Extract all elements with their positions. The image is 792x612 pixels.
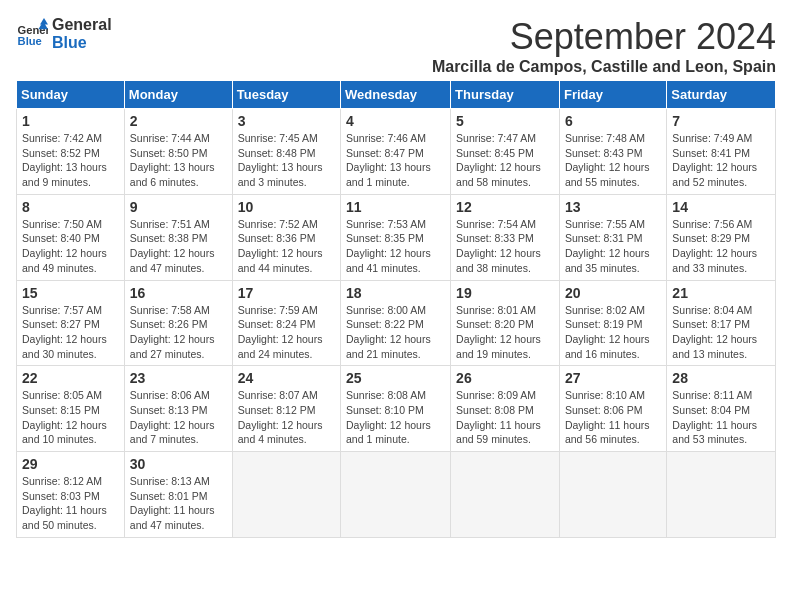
day-detail: Sunrise: 7:56 AMSunset: 8:29 PMDaylight:… [672,217,770,276]
day-number: 17 [238,285,335,301]
day-detail: Sunrise: 8:11 AMSunset: 8:04 PMDaylight:… [672,388,770,447]
col-saturday: Saturday [667,81,776,109]
col-tuesday: Tuesday [232,81,340,109]
day-detail: Sunrise: 7:47 AMSunset: 8:45 PMDaylight:… [456,131,554,190]
day-detail: Sunrise: 8:06 AMSunset: 8:13 PMDaylight:… [130,388,227,447]
day-number: 5 [456,113,554,129]
day-detail: Sunrise: 7:53 AMSunset: 8:35 PMDaylight:… [346,217,445,276]
col-monday: Monday [124,81,232,109]
calendar-day-cell: 19Sunrise: 8:01 AMSunset: 8:20 PMDayligh… [451,280,560,366]
calendar-day-cell: 30Sunrise: 8:13 AMSunset: 8:01 PMDayligh… [124,452,232,538]
day-detail: Sunrise: 8:13 AMSunset: 8:01 PMDaylight:… [130,474,227,533]
calendar-day-cell: 20Sunrise: 8:02 AMSunset: 8:19 PMDayligh… [559,280,666,366]
calendar-day-cell: 16Sunrise: 7:58 AMSunset: 8:26 PMDayligh… [124,280,232,366]
day-detail: Sunrise: 7:46 AMSunset: 8:47 PMDaylight:… [346,131,445,190]
svg-text:Blue: Blue [18,35,42,47]
day-number: 26 [456,370,554,386]
calendar-day-cell: 6Sunrise: 7:48 AMSunset: 8:43 PMDaylight… [559,109,666,195]
day-number: 13 [565,199,661,215]
calendar-day-cell: 21Sunrise: 8:04 AMSunset: 8:17 PMDayligh… [667,280,776,366]
calendar-day-cell: 4Sunrise: 7:46 AMSunset: 8:47 PMDaylight… [341,109,451,195]
col-wednesday: Wednesday [341,81,451,109]
day-detail: Sunrise: 7:55 AMSunset: 8:31 PMDaylight:… [565,217,661,276]
calendar-week-row: 22Sunrise: 8:05 AMSunset: 8:15 PMDayligh… [17,366,776,452]
calendar-day-cell: 11Sunrise: 7:53 AMSunset: 8:35 PMDayligh… [341,194,451,280]
calendar-day-cell [559,452,666,538]
day-detail: Sunrise: 8:01 AMSunset: 8:20 PMDaylight:… [456,303,554,362]
logo-line1: General [52,16,112,34]
col-thursday: Thursday [451,81,560,109]
calendar-day-cell [667,452,776,538]
calendar-day-cell: 23Sunrise: 8:06 AMSunset: 8:13 PMDayligh… [124,366,232,452]
day-number: 8 [22,199,119,215]
day-detail: Sunrise: 7:48 AMSunset: 8:43 PMDaylight:… [565,131,661,190]
location-title: Marcilla de Campos, Castille and Leon, S… [432,58,776,76]
calendar-table: Sunday Monday Tuesday Wednesday Thursday… [16,80,776,538]
calendar-day-cell: 29Sunrise: 8:12 AMSunset: 8:03 PMDayligh… [17,452,125,538]
day-number: 28 [672,370,770,386]
day-number: 20 [565,285,661,301]
calendar-day-cell: 27Sunrise: 8:10 AMSunset: 8:06 PMDayligh… [559,366,666,452]
day-detail: Sunrise: 8:04 AMSunset: 8:17 PMDaylight:… [672,303,770,362]
day-number: 9 [130,199,227,215]
calendar-day-cell: 9Sunrise: 7:51 AMSunset: 8:38 PMDaylight… [124,194,232,280]
day-detail: Sunrise: 7:57 AMSunset: 8:27 PMDaylight:… [22,303,119,362]
day-detail: Sunrise: 7:51 AMSunset: 8:38 PMDaylight:… [130,217,227,276]
day-number: 7 [672,113,770,129]
day-number: 19 [456,285,554,301]
calendar-day-cell: 13Sunrise: 7:55 AMSunset: 8:31 PMDayligh… [559,194,666,280]
day-detail: Sunrise: 8:10 AMSunset: 8:06 PMDaylight:… [565,388,661,447]
day-number: 27 [565,370,661,386]
calendar-week-row: 29Sunrise: 8:12 AMSunset: 8:03 PMDayligh… [17,452,776,538]
day-detail: Sunrise: 8:09 AMSunset: 8:08 PMDaylight:… [456,388,554,447]
day-number: 30 [130,456,227,472]
day-number: 16 [130,285,227,301]
day-detail: Sunrise: 7:44 AMSunset: 8:50 PMDaylight:… [130,131,227,190]
calendar-day-cell: 7Sunrise: 7:49 AMSunset: 8:41 PMDaylight… [667,109,776,195]
calendar-day-cell [341,452,451,538]
day-number: 15 [22,285,119,301]
day-detail: Sunrise: 8:02 AMSunset: 8:19 PMDaylight:… [565,303,661,362]
calendar-day-cell: 8Sunrise: 7:50 AMSunset: 8:40 PMDaylight… [17,194,125,280]
day-detail: Sunrise: 7:50 AMSunset: 8:40 PMDaylight:… [22,217,119,276]
day-number: 25 [346,370,445,386]
calendar-day-cell: 18Sunrise: 8:00 AMSunset: 8:22 PMDayligh… [341,280,451,366]
calendar-day-cell: 25Sunrise: 8:08 AMSunset: 8:10 PMDayligh… [341,366,451,452]
calendar-day-cell: 10Sunrise: 7:52 AMSunset: 8:36 PMDayligh… [232,194,340,280]
day-detail: Sunrise: 7:54 AMSunset: 8:33 PMDaylight:… [456,217,554,276]
calendar-day-cell: 24Sunrise: 8:07 AMSunset: 8:12 PMDayligh… [232,366,340,452]
calendar-day-cell: 5Sunrise: 7:47 AMSunset: 8:45 PMDaylight… [451,109,560,195]
day-detail: Sunrise: 7:42 AMSunset: 8:52 PMDaylight:… [22,131,119,190]
calendar-day-cell: 26Sunrise: 8:09 AMSunset: 8:08 PMDayligh… [451,366,560,452]
day-number: 12 [456,199,554,215]
day-number: 11 [346,199,445,215]
calendar-day-cell [232,452,340,538]
day-number: 3 [238,113,335,129]
calendar-header-row: Sunday Monday Tuesday Wednesday Thursday… [17,81,776,109]
day-detail: Sunrise: 7:59 AMSunset: 8:24 PMDaylight:… [238,303,335,362]
logo: General Blue General Blue [16,16,112,52]
page-header: General Blue General Blue September 2024… [16,16,776,76]
day-detail: Sunrise: 8:12 AMSunset: 8:03 PMDaylight:… [22,474,119,533]
calendar-day-cell: 14Sunrise: 7:56 AMSunset: 8:29 PMDayligh… [667,194,776,280]
day-number: 2 [130,113,227,129]
title-block: September 2024 Marcilla de Campos, Casti… [432,16,776,76]
day-number: 14 [672,199,770,215]
calendar-day-cell: 22Sunrise: 8:05 AMSunset: 8:15 PMDayligh… [17,366,125,452]
calendar-week-row: 1Sunrise: 7:42 AMSunset: 8:52 PMDaylight… [17,109,776,195]
day-number: 1 [22,113,119,129]
day-number: 6 [565,113,661,129]
day-number: 22 [22,370,119,386]
day-detail: Sunrise: 7:52 AMSunset: 8:36 PMDaylight:… [238,217,335,276]
calendar-week-row: 15Sunrise: 7:57 AMSunset: 8:27 PMDayligh… [17,280,776,366]
day-detail: Sunrise: 7:45 AMSunset: 8:48 PMDaylight:… [238,131,335,190]
logo-line2: Blue [52,34,112,52]
calendar-day-cell: 17Sunrise: 7:59 AMSunset: 8:24 PMDayligh… [232,280,340,366]
calendar-day-cell: 15Sunrise: 7:57 AMSunset: 8:27 PMDayligh… [17,280,125,366]
day-number: 4 [346,113,445,129]
day-number: 24 [238,370,335,386]
calendar-body: 1Sunrise: 7:42 AMSunset: 8:52 PMDaylight… [17,109,776,538]
col-friday: Friday [559,81,666,109]
day-number: 23 [130,370,227,386]
day-number: 21 [672,285,770,301]
